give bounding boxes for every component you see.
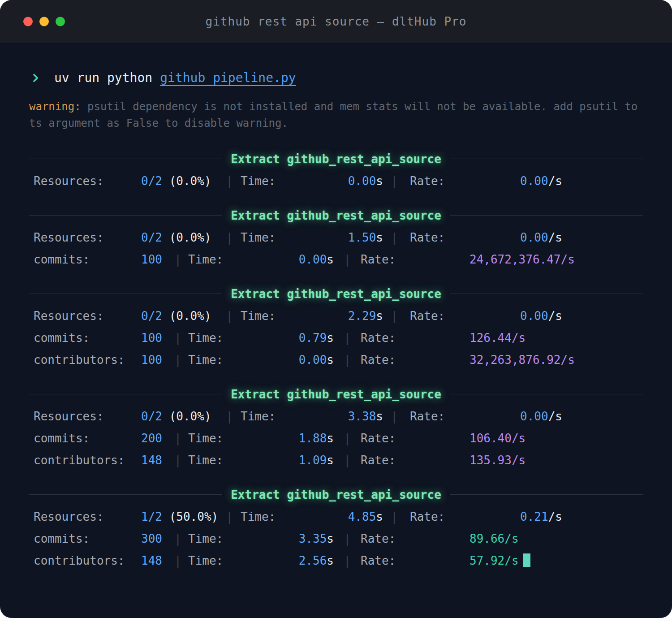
- row-contributors: contributors: 100 | Time: 0.00s | Rate: …: [29, 349, 643, 371]
- rate-label: Rate:: [361, 331, 397, 345]
- time-label: Time:: [188, 554, 225, 567]
- divider-line: [29, 215, 222, 216]
- rate-value: 135.93/s: [397, 454, 526, 467]
- time-value: 3.35s: [225, 532, 334, 545]
- extract-section: Extract github_rest_api_source Resources…: [29, 204, 643, 270]
- section-header: Extract github_rest_api_source: [29, 484, 643, 506]
- time-value: 0.00s: [225, 353, 334, 367]
- separator: |: [223, 174, 236, 188]
- row-label: Resources:: [34, 510, 141, 523]
- divider-line: [29, 494, 222, 495]
- time-value: 4.85s: [277, 510, 383, 523]
- rate-value: 0.21/s: [447, 510, 562, 523]
- divider-line: [29, 159, 222, 159]
- rate-label: Rate:: [410, 510, 447, 523]
- time-value: 1.88s: [225, 432, 334, 445]
- divider-line: [450, 215, 643, 216]
- item-count: 148: [141, 454, 170, 467]
- terminal-window: github_rest_api_source — dltHub Pro uv r…: [0, 0, 672, 618]
- row-label: contributors:: [34, 454, 141, 467]
- resource-count: 1/2 (50.0%): [141, 510, 223, 523]
- time-value: 2.29s: [277, 309, 383, 323]
- time-label: Time:: [241, 510, 277, 523]
- row-label: commits:: [34, 432, 141, 445]
- row-label: Resources:: [34, 231, 141, 244]
- separator: |: [170, 432, 185, 445]
- separator: |: [383, 510, 405, 523]
- resource-count: 0/2 (0.0%): [141, 309, 223, 323]
- row-resources: Resources: 0/2 (0.0%) | Time: 1.50s | Ra…: [29, 226, 643, 248]
- row-commits: commits: 200 | Time: 1.88s | Rate: 106.4…: [29, 427, 643, 449]
- prompt-chevron-icon: [30, 73, 39, 82]
- time-label: Time:: [188, 331, 225, 345]
- rate-label: Rate:: [410, 174, 447, 188]
- section-title: Extract github_rest_api_source: [231, 152, 441, 166]
- rate-label: Rate:: [410, 309, 447, 323]
- separator: |: [170, 253, 185, 266]
- separator: |: [334, 454, 361, 467]
- row-label: contributors:: [34, 353, 141, 367]
- divider-line: [450, 294, 643, 294]
- separator: |: [223, 510, 236, 523]
- row-label: contributors:: [34, 554, 141, 567]
- rate-label: Rate:: [410, 410, 447, 423]
- section-title: Extract github_rest_api_source: [231, 209, 441, 222]
- separator: |: [170, 454, 185, 467]
- rate-value: 24,672,376.47/s: [397, 253, 575, 266]
- rate-label: Rate:: [361, 432, 397, 445]
- rate-value: 126.44/s: [397, 331, 526, 345]
- minimize-button[interactable]: [39, 17, 49, 26]
- time-value: 0.79s: [225, 331, 334, 345]
- divider-line: [450, 159, 643, 159]
- command-file-link[interactable]: github_pipeline.py: [160, 70, 296, 85]
- terminal-content[interactable]: uv run python github_pipeline.py warning…: [0, 70, 672, 571]
- rate-label: Rate:: [361, 253, 397, 266]
- time-value: 2.56s: [225, 554, 334, 567]
- extract-section: Extract github_rest_api_source Resources…: [29, 148, 643, 192]
- separator: |: [383, 309, 405, 323]
- row-label: commits:: [34, 331, 141, 345]
- time-value: 1.09s: [225, 454, 334, 467]
- rate-label: Rate:: [361, 353, 397, 367]
- row-label: Resources:: [34, 309, 141, 323]
- warning-line-2: ts argument as False to disable warning.: [29, 115, 643, 132]
- row-commits: commits: 100 | Time: 0.79s | Rate: 126.4…: [29, 327, 643, 349]
- row-contributors: contributors: 148 | Time: 1.09s | Rate: …: [29, 449, 643, 471]
- section-header: Extract github_rest_api_source: [29, 204, 643, 226]
- rate-label: Rate:: [361, 554, 397, 567]
- item-count: 100: [141, 353, 170, 367]
- separator: |: [383, 174, 405, 188]
- section-title: Extract github_rest_api_source: [231, 388, 441, 401]
- row-resources: Resources: 1/2 (50.0%) | Time: 4.85s | R…: [29, 506, 643, 527]
- time-label: Time:: [188, 532, 225, 545]
- maximize-button[interactable]: [56, 17, 65, 26]
- section-title: Extract github_rest_api_source: [231, 488, 441, 501]
- separator: |: [383, 410, 405, 423]
- rate-value: 106.40/s: [397, 432, 526, 445]
- row-commits: commits: 300 | Time: 3.35s | Rate: 89.66…: [29, 527, 643, 549]
- rate-value: 32,263,876.92/s: [397, 353, 575, 367]
- rate-value: 0.00/s: [447, 410, 562, 423]
- item-count: 100: [141, 331, 170, 345]
- rate-value: 0.00/s: [447, 174, 562, 188]
- time-label: Time:: [188, 353, 225, 367]
- time-label: Time:: [188, 432, 225, 445]
- time-value: 3.38s: [277, 410, 383, 423]
- rate-value: 0.00/s: [447, 231, 562, 244]
- separator: |: [334, 554, 361, 567]
- command-line: uv run python github_pipeline.py: [29, 70, 643, 85]
- row-label: Resources:: [34, 410, 141, 423]
- separator: |: [334, 353, 361, 367]
- section-header: Extract github_rest_api_source: [29, 283, 643, 305]
- row-label: commits:: [34, 532, 141, 545]
- divider-line: [450, 494, 643, 495]
- rate-label: Rate:: [361, 532, 397, 545]
- time-value: 0.00s: [277, 174, 383, 188]
- close-button[interactable]: [23, 17, 33, 26]
- command-text: uv run python: [54, 70, 152, 85]
- divider-line: [29, 294, 222, 294]
- separator: |: [223, 410, 236, 423]
- separator: |: [223, 231, 236, 244]
- rate-value: 0.00/s: [447, 309, 562, 323]
- divider-line: [29, 394, 222, 394]
